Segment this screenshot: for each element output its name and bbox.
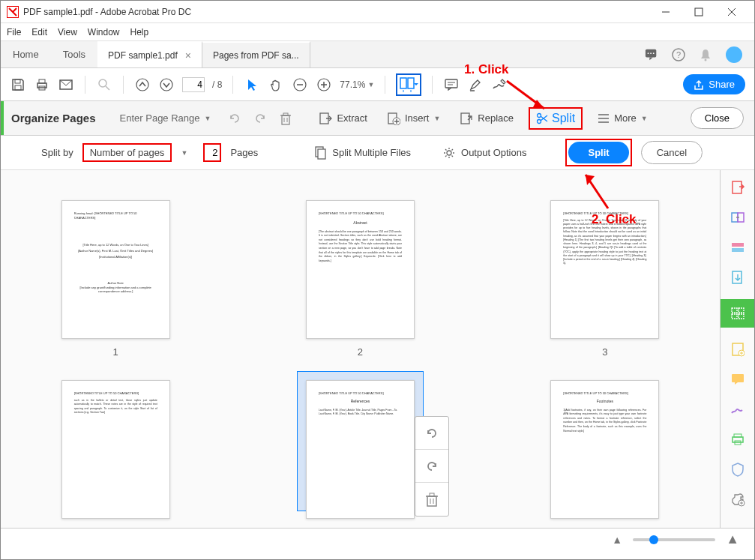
menu-edit[interactable]: Edit (31, 27, 47, 37)
tab-doc1-label: PDF sample1.pdf (108, 50, 178, 61)
page-down-icon[interactable] (158, 76, 175, 93)
menu-help[interactable]: Help (130, 27, 149, 37)
help-icon[interactable]: ? (672, 48, 685, 61)
split-tool-button[interactable]: Split (529, 107, 583, 130)
maximize-button[interactable] (682, 1, 715, 23)
svg-point-53 (447, 151, 451, 155)
chevron-down-icon[interactable]: ▼ (181, 149, 194, 157)
zoom-slider[interactable] (633, 538, 715, 541)
zoom-value[interactable]: 77.1% ▼ (340, 79, 374, 90)
pointer-icon[interactable] (244, 76, 260, 93)
save-icon[interactable] (10, 76, 26, 93)
tab-row: Home Tools PDF sample1.pdf × Pages from … (1, 41, 754, 68)
print-icon[interactable] (34, 76, 50, 93)
zoom-small-icon[interactable]: ▲ (612, 534, 622, 546)
page-thumb-6[interactable]: [SHORTENED TITLE UP TO 50 CHARACTERS] Fo… (550, 380, 659, 519)
rs-export-icon[interactable] (730, 269, 746, 286)
tab-home[interactable]: Home (1, 41, 51, 67)
zoom-out-icon[interactable] (292, 76, 308, 93)
svg-point-18 (99, 79, 106, 87)
svg-rect-27 (400, 78, 406, 88)
pages-label: Pages (230, 147, 258, 158)
window-title: PDF sample1.pdf - Adobe Acrobat Pro DC (23, 7, 649, 17)
svg-point-21 (160, 79, 172, 91)
rs-organize-active-icon[interactable] (721, 299, 754, 328)
svg-rect-33 (282, 115, 289, 124)
svg-rect-43 (461, 113, 469, 124)
share-button[interactable]: Share (683, 74, 745, 94)
svg-point-8 (653, 52, 655, 54)
page-thumb-3-label: 3 (602, 346, 607, 358)
page-thumb-5[interactable]: [SHORTENED TITLE UP TO 50 CHARACTERS] Re… (306, 380, 415, 519)
minimize-button[interactable] (649, 1, 682, 23)
page-number-input[interactable] (182, 77, 205, 92)
hand-icon[interactable] (268, 76, 284, 93)
extract-button[interactable]: Extract (314, 109, 371, 128)
more-button[interactable]: More▼ (593, 109, 652, 127)
split-count-input[interactable] (203, 143, 221, 162)
svg-point-7 (650, 52, 652, 54)
main-area: Running head: [SHORTENED TITLE UP TO 50 … (1, 170, 754, 528)
page-thumb-1[interactable]: Running head: [SHORTENED TITLE UP TO 50 … (61, 200, 170, 339)
svg-rect-29 (445, 79, 457, 88)
rs-sticky-icon[interactable] (730, 371, 746, 388)
page-thumb-4[interactable]: [SHORTENED TITLE UP TO 50 CHARACTERS] su… (61, 380, 170, 519)
bell-icon[interactable] (699, 48, 712, 61)
delete-icon[interactable] (278, 111, 293, 126)
svg-point-11 (705, 58, 707, 61)
rotate-left-icon[interactable] (227, 111, 242, 126)
page-thumb-2[interactable]: [SHORTENED TITLE UP TO 50 CHARACTERS] Ab… (306, 200, 415, 339)
menu-file[interactable]: File (7, 27, 21, 37)
svg-line-47 (541, 115, 547, 121)
sign-icon[interactable] (491, 76, 508, 93)
insert-button[interactable]: Insert▼ (382, 109, 445, 128)
right-sidebar (720, 170, 754, 528)
cancel-button[interactable]: Cancel (641, 141, 703, 164)
svg-rect-74 (733, 437, 743, 442)
rotate-cw-icon[interactable] (415, 450, 448, 483)
zoom-in-icon[interactable] (316, 76, 332, 93)
avatar[interactable] (726, 46, 742, 63)
menu-window[interactable]: Window (88, 27, 120, 37)
replace-button[interactable]: Replace (455, 109, 518, 128)
svg-rect-65 (732, 308, 737, 313)
tab-doc1[interactable]: PDF sample1.pdf × (97, 41, 202, 67)
rs-more-tools-icon[interactable] (730, 491, 746, 508)
rs-fill-sign-icon[interactable] (730, 401, 746, 418)
rs-export-pdf-icon[interactable] (730, 179, 746, 196)
page-range-dropdown[interactable]: Enter Page Range ▼ (114, 109, 217, 127)
page-up-icon[interactable] (134, 76, 151, 93)
rs-print-prod-icon[interactable] (730, 431, 746, 448)
rotate-ccw-icon[interactable] (415, 417, 448, 450)
split-multiple-files-button[interactable]: Split Multiple Files (313, 146, 411, 160)
rs-create-pdf-icon[interactable] (730, 209, 746, 226)
rs-protect-icon[interactable] (730, 461, 746, 478)
output-options-button[interactable]: Output Options (442, 146, 526, 160)
tab-tools[interactable]: Tools (51, 41, 97, 67)
thumbnails-panel[interactable]: Running head: [SHORTENED TITLE UP TO 50 … (1, 170, 720, 528)
close-organize-button[interactable]: Close (691, 107, 744, 129)
zoom-large-icon[interactable]: ▲ (726, 532, 739, 547)
rs-edit-pdf-icon[interactable] (730, 239, 746, 256)
page-display-dropdown[interactable] (396, 73, 421, 96)
tab-doc1-close-icon[interactable]: × (185, 49, 191, 61)
svg-point-45 (538, 119, 541, 123)
close-window-button[interactable] (715, 1, 748, 23)
page-thumb-3[interactable]: [SHORTENED TITLE UP TO 50 CHARACTERS] [T… (550, 200, 659, 339)
rotate-right-icon[interactable] (253, 111, 268, 126)
rs-comment-icon[interactable] (730, 341, 746, 358)
svg-rect-64 (733, 271, 742, 283)
comment-icon[interactable] (443, 76, 460, 93)
email-icon[interactable] (58, 76, 74, 93)
trash-icon[interactable] (415, 483, 448, 516)
search-icon[interactable] (96, 76, 112, 93)
svg-rect-52 (318, 149, 325, 159)
tab-doc2[interactable]: Pages from PDF sa... (202, 41, 310, 67)
menu-view[interactable]: View (58, 27, 77, 37)
split-execute-button[interactable]: Split (565, 139, 631, 166)
page-thumb-1-label: 1 (113, 346, 118, 358)
highlight-icon[interactable] (467, 76, 484, 93)
notifications-icon[interactable] (645, 48, 658, 61)
split-mode-dropdown[interactable]: Number of pages (82, 143, 172, 162)
split-options-bar: Split by Number of pages ▼ Pages Split M… (1, 136, 754, 170)
